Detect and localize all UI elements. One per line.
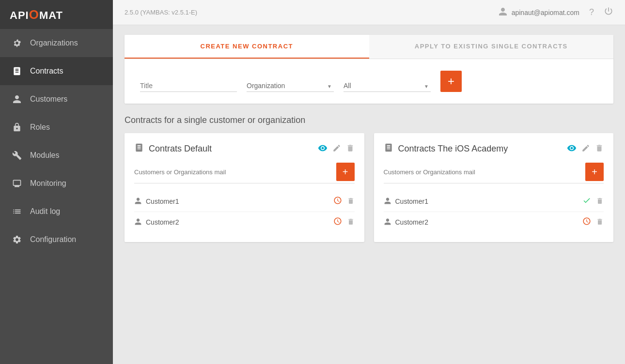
person-icon [384,218,391,227]
sidebar: APIOMAT Organizations Contracts Customer… [0,0,113,364]
sidebar-item-label: Audit log [30,207,60,216]
card-2-input-row: + [384,163,604,183]
card-1-delete-icon[interactable] [346,144,355,154]
card-2-delete-icon[interactable] [595,144,604,154]
sidebar-item-roles[interactable]: Roles [0,113,113,141]
person-icon [384,197,391,206]
card-1-title: Contrats Default [134,143,212,155]
card-2-customer-list: Customer1 [384,191,604,232]
section-heading: Contracts for a single customer or organ… [125,115,613,125]
card-1-add-button[interactable]: + [336,163,355,181]
customer-1-actions [333,196,355,207]
book-icon [12,66,22,76]
clock-icon [333,217,342,228]
all-select-wrapper: All ▼ [344,80,431,92]
power-icon[interactable] [604,6,613,18]
title-field [140,80,237,92]
tab-create-new-contract[interactable]: CREATE NEW CONTRACT [125,35,369,59]
trash-icon[interactable] [347,197,355,206]
customer-1-actions [582,196,604,207]
card-2-header: Contracts The iOS Academy [384,143,604,155]
content-area: CREATE NEW CONTRACT APPLY TO EXISTING SI… [113,25,625,364]
trash-icon[interactable] [596,197,604,206]
sidebar-item-customers[interactable]: Customers [0,85,113,113]
table-row: Customer1 [384,191,604,212]
card-2-book-icon [384,143,393,155]
help-icon[interactable]: ? [589,7,594,17]
card-2-add-button[interactable]: + [585,163,604,181]
sidebar-item-label: Customers [30,95,67,104]
user-info: apinaut@apiomat.com [498,7,579,18]
wrench-icon [12,150,22,161]
card-2-title: Contracts The iOS Academy [384,143,508,155]
card-1-view-icon[interactable] [318,143,328,155]
cards-grid: Contrats Default [125,133,613,242]
customer-1-name: Customer1 [384,197,428,206]
add-contract-button[interactable]: + [440,71,462,92]
sidebar-item-configuration[interactable]: Configuration [0,226,113,254]
card-1-input-row: + [134,163,355,183]
clock-icon [582,217,591,228]
card-1-email-input[interactable] [134,167,336,178]
contract-card-2: Contracts The iOS Academy [374,133,614,242]
tab-apply-existing[interactable]: APPLY TO EXISTING SINGLE CONTRACTS [369,35,614,59]
sidebar-item-label: Organizations [30,39,78,47]
table-row: Customer2 [134,212,355,232]
contract-tabs: CREATE NEW CONTRACT APPLY TO EXISTING SI… [125,35,613,59]
topbar-right: apinaut@apiomat.com ? [498,6,613,18]
sidebar-item-label: Contracts [30,67,63,76]
main-content: 2.5.0 (YAMBAS: v2.5.1-E) apinaut@apiomat… [113,0,625,364]
organization-field: Organization ▼ [247,80,334,92]
table-icon [12,206,22,217]
sidebar-item-label: Modules [30,151,59,160]
card-2-actions [567,143,604,155]
config-icon [12,234,22,245]
sidebar-item-monitoring[interactable]: Monitoring [0,169,113,197]
card-1-edit-icon[interactable] [332,144,341,154]
sidebar-item-label: Monitoring [30,179,66,188]
all-select[interactable]: All [344,80,431,92]
logo: APIOMAT [0,0,113,29]
person-icon [12,94,22,105]
contract-panel: CREATE NEW CONTRACT APPLY TO EXISTING SI… [125,35,613,104]
customer-1-name: Customer1 [134,197,179,206]
person-icon [134,197,142,206]
card-1-book-icon [134,143,144,155]
monitor-icon [12,178,22,189]
user-email: apinaut@apiomat.com [512,9,579,16]
card-2-edit-icon[interactable] [581,144,590,154]
contract-card-1: Contrats Default [125,133,364,242]
sidebar-item-audit-log[interactable]: Audit log [0,197,113,226]
topbar: 2.5.0 (YAMBAS: v2.5.1-E) apinaut@apiomat… [113,0,625,25]
trash-icon[interactable] [347,218,355,227]
person-icon [134,218,142,227]
gear-icon [12,38,22,48]
customer-2-name: Customer2 [134,218,179,227]
lock-icon [12,122,22,133]
sidebar-item-label: Configuration [30,235,76,244]
version-label: 2.5.0 (YAMBAS: v2.5.1-E) [125,9,197,16]
clock-icon [333,196,342,207]
contract-form: Organization ▼ All ▼ + [125,59,613,104]
check-icon [582,196,591,207]
customer-2-actions [333,217,355,228]
sidebar-item-modules[interactable]: Modules [0,141,113,169]
card-1-header: Contrats Default [134,143,355,155]
card-2-view-icon[interactable] [567,143,577,155]
all-field: All ▼ [344,80,431,92]
table-row: Customer2 [384,212,604,232]
table-row: Customer1 [134,191,355,212]
card-1-actions [318,143,355,155]
organization-select-wrapper: Organization ▼ [247,80,334,92]
card-1-customer-list: Customer1 [134,191,355,232]
user-icon [498,7,508,18]
sidebar-item-label: Roles [30,123,50,132]
customer-2-actions [582,217,604,228]
sidebar-item-contracts[interactable]: Contracts [0,57,113,85]
customer-2-name: Customer2 [384,218,428,227]
organization-select[interactable]: Organization [247,80,334,92]
sidebar-item-organizations[interactable]: Organizations [0,29,113,57]
trash-icon[interactable] [596,218,604,227]
title-input[interactable] [140,80,237,92]
card-2-email-input[interactable] [384,167,586,178]
